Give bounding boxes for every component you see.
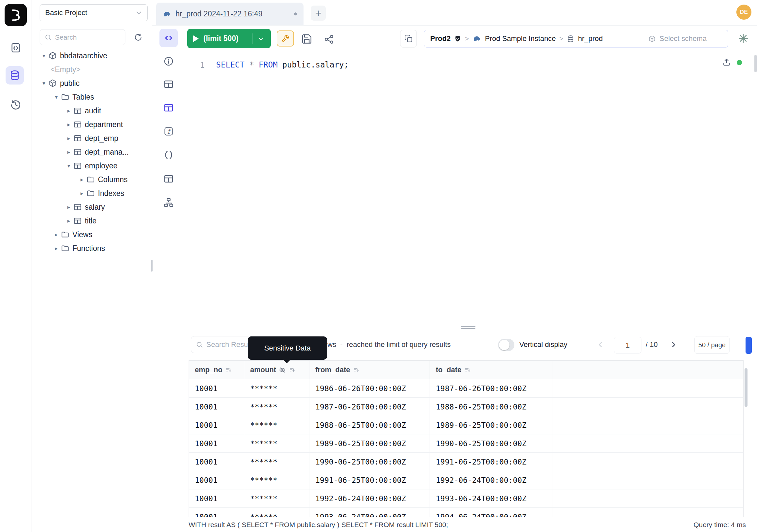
next-page-button[interactable]: [667, 338, 680, 351]
table-row[interactable]: 10001 ****** 1986-06-26T00:00:00Z 1987-0…: [189, 379, 743, 398]
caret-right-icon[interactable]: ▸: [52, 231, 60, 238]
share-button[interactable]: [323, 33, 335, 46]
export-button-partial[interactable]: [745, 337, 752, 354]
left-rail: [0, 0, 31, 532]
table-row[interactable]: 10001 ****** 1987-06-26T00:00:00Z 1988-0…: [189, 398, 743, 416]
postgres-icon: [472, 34, 481, 43]
sort-icon[interactable]: [464, 366, 471, 373]
caret-right-icon[interactable]: ▸: [65, 121, 73, 128]
cell-emp_no: 10001: [189, 471, 244, 489]
search-icon: [196, 341, 203, 348]
schema-diagram-icon[interactable]: [164, 197, 174, 208]
table-row[interactable]: 10001 ****** 1989-06-25T00:00:00Z 1990-0…: [189, 434, 743, 453]
caret-down-icon[interactable]: ▾: [40, 80, 48, 87]
tree-item-tables[interactable]: ▾ Tables: [31, 90, 152, 104]
rail-item-history[interactable]: [7, 96, 25, 114]
caret-down-icon[interactable]: ▾: [52, 94, 60, 101]
tree-item-bbdataarchive[interactable]: ▾ bbdataarchive: [31, 49, 152, 63]
table-panel-icon[interactable]: [164, 79, 174, 89]
column-header-from_date[interactable]: from_date: [309, 361, 430, 379]
export-sheet-button[interactable]: [721, 57, 732, 68]
info-icon[interactable]: [164, 56, 174, 67]
eye-off-icon[interactable]: [279, 366, 286, 373]
avatar[interactable]: DE: [736, 5, 751, 20]
caret-down-icon[interactable]: ▾: [40, 52, 48, 59]
column-header-emp_no[interactable]: emp_no: [189, 361, 244, 379]
results-scrollbar-thumb[interactable]: [744, 368, 747, 407]
rail-item-sql-editor[interactable]: [7, 39, 25, 57]
caret-down-icon[interactable]: ▾: [65, 163, 73, 169]
column-header-to_date[interactable]: to_date: [430, 361, 552, 379]
sql-code-line[interactable]: SELECT * FROM public.salary;: [216, 60, 349, 70]
panel-splitter-handle[interactable]: [461, 328, 475, 329]
parens-icon[interactable]: [164, 150, 174, 160]
tree-item-indexes[interactable]: ▸ Indexes: [31, 186, 152, 200]
table-row[interactable]: 10001 ****** 1988-06-25T00:00:00Z 1989-0…: [189, 416, 743, 434]
cell-to_date: 1992-06-24T00:00:00Z: [430, 471, 552, 489]
sidebar-resize-handle[interactable]: [151, 260, 153, 271]
tree-item-columns[interactable]: ▸ Columns: [31, 172, 152, 186]
tree-item-public[interactable]: ▾ public: [31, 76, 152, 90]
page-size-select[interactable]: 50 / page: [694, 336, 730, 354]
rail-item-databases[interactable]: [6, 66, 24, 84]
tree-item-dept_emp[interactable]: ▸ dept_emp: [31, 131, 152, 145]
new-tab-button[interactable]: +: [311, 6, 326, 21]
sql-keyword: FROM: [259, 60, 282, 70]
editor-scrollbar[interactable]: [754, 55, 757, 72]
caret-right-icon[interactable]: ▸: [65, 204, 73, 211]
table-icon: [73, 107, 82, 115]
panel-splitter-handle[interactable]: [461, 326, 475, 327]
tree-item-views[interactable]: ▸ Views: [31, 228, 152, 241]
table-panel-icon[interactable]: [164, 173, 174, 184]
tree-item-label: department: [85, 120, 123, 129]
project-select[interactable]: Basic Project: [40, 4, 148, 21]
caret-right-icon[interactable]: ▸: [65, 149, 73, 156]
run-query-button[interactable]: (limit 500): [187, 29, 271, 48]
bytebase-logo[interactable]: [5, 4, 27, 26]
tree-item-functions[interactable]: ▸ Functions: [31, 241, 152, 255]
copy-connection-button[interactable]: [400, 30, 417, 47]
tab-hr_prod[interactable]: hr_prod 2024-11-22 16:49: [156, 3, 304, 25]
sidebar-search[interactable]: [40, 29, 125, 45]
vertical-display-toggle[interactable]: [498, 339, 514, 351]
sort-icon[interactable]: [353, 366, 359, 373]
tree-item-audit[interactable]: ▸ audit: [31, 104, 152, 118]
tree-item-salary[interactable]: ▸ salary: [31, 200, 152, 214]
caret-right-icon[interactable]: ▸: [65, 135, 73, 142]
caret-right-icon[interactable]: ▸: [78, 176, 86, 183]
tree-item-dept_manager[interactable]: ▸ dept_mana...: [31, 145, 152, 159]
page-number-input[interactable]: 1: [614, 337, 641, 354]
prev-page-button[interactable]: [594, 338, 607, 351]
sidebar-search-input[interactable]: [55, 33, 111, 41]
column-header-amount[interactable]: amount: [244, 361, 309, 379]
caret-right-icon[interactable]: ▸: [78, 190, 86, 197]
function-icon[interactable]: [164, 126, 174, 137]
table-row[interactable]: 10001 ****** 1990-06-25T00:00:00Z 1991-0…: [189, 453, 743, 471]
caret-right-icon[interactable]: ▸: [65, 218, 73, 224]
sort-icon[interactable]: [225, 366, 232, 373]
cell-to_date: 1994-06-24T00:00:00Z: [430, 508, 552, 517]
tree-item-employee[interactable]: ▾ employee: [31, 159, 152, 172]
table-row[interactable]: 10001 ****** 1993-06-24T00:00:00Z 1994-0…: [189, 508, 743, 517]
caret-right-icon[interactable]: ▸: [65, 108, 73, 114]
cell-amount: ******: [244, 489, 309, 508]
refresh-button[interactable]: [131, 30, 146, 45]
colored-table-icon[interactable]: [164, 103, 174, 113]
tree-item-label: Columns: [98, 175, 128, 184]
folder-icon: [61, 244, 70, 253]
table-row[interactable]: 10001 ****** 1991-06-25T00:00:00Z 1992-0…: [189, 471, 743, 489]
caret-right-icon[interactable]: ▸: [52, 245, 60, 252]
tree-item-title[interactable]: ▸ title: [31, 214, 152, 228]
editor-panel-toggle-button[interactable]: [160, 29, 178, 47]
connection-breadcrumb[interactable]: Prod2 > Prod Sample Instance > hr_prod: [424, 30, 643, 47]
select-schema-button[interactable]: Select schema: [642, 30, 728, 47]
format-sql-button[interactable]: [277, 30, 294, 47]
code-panel-icon: [164, 33, 173, 43]
tree-item-department[interactable]: ▸ department: [31, 118, 152, 131]
ai-assistant-button[interactable]: [736, 31, 750, 46]
save-button[interactable]: [300, 32, 313, 46]
schema-icon: [48, 79, 57, 87]
table-row[interactable]: 10001 ****** 1992-06-24T00:00:00Z 1993-0…: [189, 489, 743, 508]
chevron-down-icon[interactable]: [257, 35, 265, 43]
sort-icon[interactable]: [289, 366, 295, 373]
